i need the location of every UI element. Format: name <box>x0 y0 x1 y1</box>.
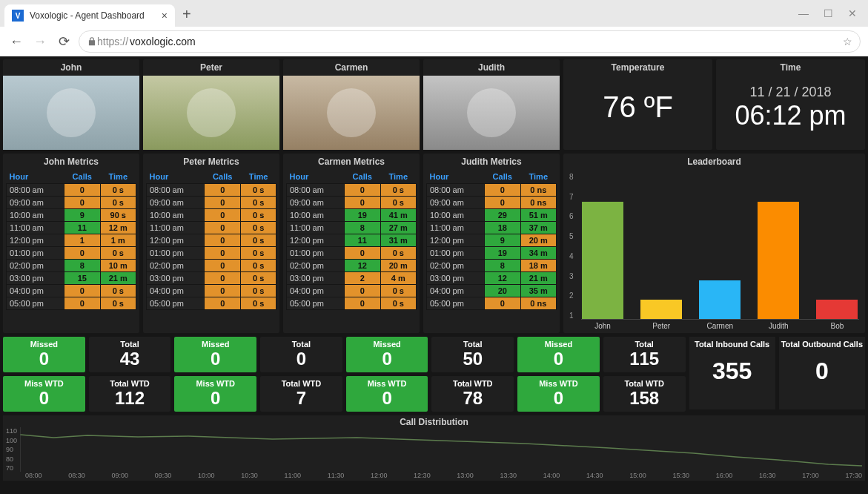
total-peter: Total 0 <box>260 337 342 372</box>
stat-value: 0 <box>174 349 256 369</box>
misswtd-judith: Miss WTD 0 <box>517 376 600 412</box>
metrics-table: Hour Calls Time 08:00 am 0 0 s 09:00 am … <box>6 170 136 310</box>
calls-cell: 0 <box>484 184 520 197</box>
time-cell: 12 m <box>100 222 136 234</box>
stat-title: Missed <box>517 340 600 349</box>
calls-cell: 0 <box>64 297 100 310</box>
time-cell: 18 m <box>520 260 556 272</box>
url-protocol: https:// <box>97 36 128 47</box>
new-tab-button[interactable]: + <box>182 6 191 23</box>
hour-cell: 12:00 pm <box>147 234 205 247</box>
stat-value: 78 <box>431 388 514 409</box>
bar-label: Judith <box>769 322 789 330</box>
time-cell: 0 s <box>241 197 276 209</box>
table-row: 05:00 pm 0 0 s <box>287 297 417 310</box>
table-row: 03:00 pm 0 0 s <box>147 272 276 285</box>
calldist-plot <box>20 427 862 472</box>
hour-cell: 09:00 am <box>427 197 485 209</box>
hour-cell: 10:00 am <box>147 209 205 222</box>
stat-value: 0 <box>174 388 256 409</box>
back-button[interactable]: ← <box>7 34 25 50</box>
table-row: 03:00 pm 2 4 m <box>287 272 417 285</box>
time-cell: 0 s <box>380 197 416 209</box>
leaderboard-bar-carmen: Carmen <box>699 280 741 330</box>
time-cell: 0 ns <box>520 197 556 209</box>
total-carmen: Total 50 <box>431 337 514 372</box>
time-cell: 0 s <box>100 197 136 209</box>
table-row: 04:00 pm 20 35 m <box>427 285 557 297</box>
hour-cell: 11:00 am <box>287 222 345 234</box>
calls-cell: 0 <box>344 297 380 310</box>
hour-cell: 03:00 pm <box>147 272 205 285</box>
url-input[interactable]: https:// voxologic.com ☆ <box>79 30 861 53</box>
reload-button[interactable]: ⟳ <box>55 33 73 50</box>
table-row: 10:00 am 19 41 m <box>287 209 417 222</box>
table-row: 12:00 pm 1 1 m <box>7 234 136 247</box>
stat-title: Total WTD <box>603 379 686 388</box>
metrics-title: Judith Metrics <box>461 154 521 170</box>
col-calls: Calls <box>64 170 100 184</box>
bar-label: John <box>594 322 611 330</box>
col-time: Time <box>380 170 416 184</box>
table-row: 12:00 pm 9 20 m <box>427 234 557 247</box>
calls-cell: 0 <box>205 222 241 234</box>
hour-cell: 04:00 pm <box>7 285 64 297</box>
hour-cell: 05:00 pm <box>7 297 64 310</box>
agent-card-judith: Judith <box>423 59 560 150</box>
call-distribution-card: Call Distribution 110100908070 08:0008:3… <box>3 415 865 481</box>
hour-cell: 12:00 pm <box>427 234 485 247</box>
total-inbound: Total Inbound Calls 355 <box>689 337 775 409</box>
hour-cell: 11:00 am <box>7 222 64 234</box>
time-card: Time 11 / 21 / 2018 06:12 pm <box>716 59 865 150</box>
hour-cell: 08:00 am <box>147 184 205 197</box>
browser-tab[interactable]: V Voxologic - Agent Dashboard × <box>4 4 175 27</box>
stat-value: 43 <box>89 349 171 369</box>
calls-cell: 0 <box>205 184 241 197</box>
total-judith: Total 115 <box>603 337 686 372</box>
calls-cell: 0 <box>205 297 241 310</box>
lock-icon <box>87 36 97 47</box>
maximize-icon[interactable]: ☐ <box>824 7 833 19</box>
col-time: Time <box>520 170 556 184</box>
hour-cell: 04:00 pm <box>287 285 345 297</box>
time-cell: 0 ns <box>520 184 556 197</box>
hour-cell: 05:00 pm <box>147 297 205 310</box>
stat-value: 115 <box>603 349 686 369</box>
table-row: 08:00 am 0 0 ns <box>427 184 557 197</box>
tab-title: Voxologic - Agent Dashboard <box>30 10 145 21</box>
calls-cell: 29 <box>484 209 520 222</box>
table-row: 05:00 pm 0 0 ns <box>427 297 557 310</box>
dashboard: John Peter Carmen Judith Temperature 76 … <box>0 56 868 494</box>
stat-title: Total <box>260 340 342 349</box>
hour-cell: 04:00 pm <box>147 285 205 297</box>
time-cell: 35 m <box>520 285 556 297</box>
agent-photo <box>143 76 279 150</box>
table-row: 09:00 am 0 0 s <box>147 197 276 209</box>
calls-cell: 0 <box>484 197 520 209</box>
close-icon[interactable]: × <box>162 10 168 22</box>
col-calls: Calls <box>344 170 380 184</box>
bookmark-icon[interactable]: ☆ <box>843 36 852 47</box>
table-row: 08:00 am 0 0 s <box>7 184 136 197</box>
time-cell: 21 m <box>520 272 556 285</box>
table-row: 03:00 pm 12 21 m <box>427 272 557 285</box>
leaderboard-title: Leaderboard <box>687 154 741 170</box>
minimize-icon[interactable]: — <box>798 7 809 19</box>
time-value: 06:12 pm <box>735 100 846 131</box>
forward-button[interactable]: → <box>31 34 49 50</box>
time-cell: 0 s <box>241 297 276 310</box>
calls-cell: 0 <box>64 285 100 297</box>
stat-title: Missed <box>346 340 428 349</box>
hour-cell: 02:00 pm <box>287 260 345 272</box>
calls-cell: 20 <box>484 285 520 297</box>
hour-cell: 01:00 pm <box>287 247 345 260</box>
agent-name: Peter <box>200 59 222 76</box>
time-cell: 21 m <box>100 272 136 285</box>
table-row: 02:00 pm 8 10 m <box>7 260 136 272</box>
time-cell: 10 m <box>100 260 136 272</box>
hour-cell: 12:00 pm <box>7 234 64 247</box>
col-hour: Hour <box>147 170 205 184</box>
close-window-icon[interactable]: ✕ <box>848 7 857 19</box>
hour-cell: 03:00 pm <box>287 272 345 285</box>
stat-title: Miss WTD <box>174 379 256 388</box>
